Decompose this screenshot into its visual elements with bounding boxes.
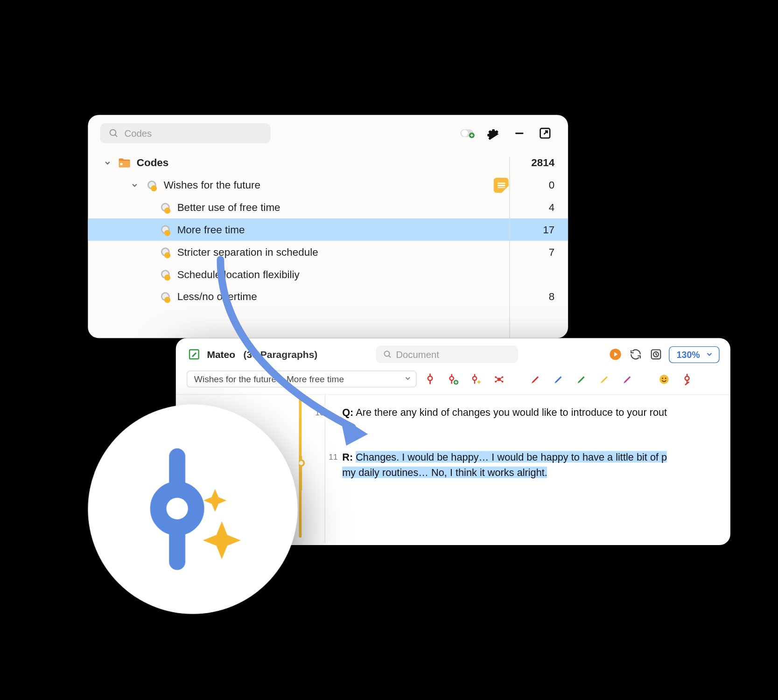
code-breadcrumb-selector[interactable]: Wishes for the future > More free time <box>187 371 417 387</box>
chevron-down-icon[interactable] <box>130 181 139 189</box>
timestamp-button[interactable] <box>649 347 664 362</box>
code-row[interactable]: Better use of free time 4 <box>88 196 568 218</box>
svg-point-8 <box>120 162 122 165</box>
code-label: Better use of free time <box>177 201 509 213</box>
highlighter-red-icon[interactable] <box>529 372 542 386</box>
svg-point-10 <box>384 351 389 357</box>
codes-root-label: Codes <box>137 156 509 168</box>
svg-line-11 <box>388 356 390 357</box>
highlighter-magenta-icon[interactable] <box>621 372 634 386</box>
code-group-count: 0 <box>514 179 554 191</box>
search-icon <box>108 128 119 139</box>
code-label: Less/no overtime <box>177 290 509 302</box>
code-label: Stricter separation in schedule <box>177 246 509 258</box>
folder-icon <box>118 156 131 168</box>
speaker-q: Q: <box>342 406 353 418</box>
zoom-selector[interactable]: 130% <box>669 346 720 363</box>
zoom-value: 130% <box>677 349 700 359</box>
paragraph-number: 11 <box>326 451 340 463</box>
code-row[interactable]: Stricter separation in schedule 7 <box>88 241 568 263</box>
highlighter-green-icon[interactable] <box>575 372 589 386</box>
paragraph-r[interactable]: 11 R: Changes. I would be happy… I would… <box>342 449 722 480</box>
vertical-divider <box>509 157 510 338</box>
code-row[interactable]: Schedule/location flexibiliy <box>88 263 568 286</box>
ai-code-feature-badge <box>88 405 297 614</box>
code-count: 8 <box>514 290 554 302</box>
svg-point-28 <box>299 460 304 466</box>
clock-icon <box>650 348 662 360</box>
code-dot-icon <box>158 245 172 259</box>
document-search-placeholder: Document <box>396 349 439 360</box>
refresh-icon <box>630 348 642 360</box>
ai-code-sparkle-icon <box>135 448 250 570</box>
codes-root-count: 2814 <box>514 156 554 168</box>
highlighter-yellow-icon[interactable] <box>598 372 611 386</box>
gear-icon <box>487 126 500 140</box>
code-count: 7 <box>514 246 554 258</box>
code-group-label: Wishes for the future <box>164 179 489 191</box>
svg-point-31 <box>158 490 196 527</box>
svg-point-27 <box>685 376 689 380</box>
code-dot-icon <box>158 290 172 303</box>
codes-root-row[interactable]: Codes 2814 <box>88 152 568 174</box>
code-ai-icon[interactable] <box>470 372 483 386</box>
edit-document-icon[interactable] <box>187 347 202 362</box>
highlighter-blue-icon[interactable] <box>552 372 565 386</box>
speaker-r: R: <box>342 451 353 462</box>
codes-tree: Codes 2814 Wishes for the future 0 Bette… <box>88 152 568 308</box>
r-line1: Changes. I would be happy… I would be ha… <box>356 451 667 462</box>
code-invivo-icon[interactable] <box>492 372 506 386</box>
paragraph-q[interactable]: 10 Q: Are there any kind of changes you … <box>342 405 722 420</box>
document-name: Mateo <box>207 349 235 360</box>
code-dot-icon <box>145 178 158 192</box>
code-apply-icon[interactable] <box>423 372 437 386</box>
add-code-toggle-icon[interactable] <box>458 125 477 142</box>
svg-point-26 <box>665 378 666 379</box>
document-meta: (36 Paragraphs) <box>244 349 318 360</box>
code-label: Schedule/location flexibiliy <box>177 268 509 280</box>
code-dot-icon <box>158 267 172 281</box>
codes-system-panel: Codes <box>88 115 568 338</box>
svg-point-16 <box>450 376 454 380</box>
codes-search-input[interactable]: Codes <box>100 123 270 143</box>
svg-point-3 <box>462 130 468 136</box>
breadcrumb-text: Wishes for the future > More free time <box>194 374 344 384</box>
refresh-button[interactable] <box>629 347 644 362</box>
code-add-icon[interactable] <box>446 372 460 386</box>
code-dot-icon <box>158 201 172 214</box>
code-row[interactable]: Less/no overtime 8 <box>88 285 568 308</box>
svg-point-18 <box>473 376 477 380</box>
popout-icon <box>538 126 552 140</box>
svg-point-24 <box>659 374 669 384</box>
play-button[interactable] <box>608 347 623 362</box>
coding-toolbar: Wishes for the future > More free time <box>176 367 730 394</box>
svg-point-25 <box>662 378 663 379</box>
chevron-down-icon <box>404 374 412 384</box>
note-icon[interactable] <box>494 177 509 192</box>
document-toolbar: Mateo (36 Paragraphs) Document 130% <box>176 338 730 367</box>
popout-button[interactable] <box>536 125 555 142</box>
emoji-icon[interactable] <box>657 372 671 386</box>
settings-button[interactable] <box>484 125 503 142</box>
minus-icon <box>513 127 526 139</box>
chevron-down-icon <box>705 350 713 358</box>
code-bracket-icon <box>299 452 314 495</box>
search-icon <box>382 350 392 359</box>
code-row[interactable]: More free time 17 <box>88 218 568 241</box>
document-search-input[interactable]: Document <box>376 345 518 363</box>
codes-search-placeholder: Codes <box>125 128 152 139</box>
remove-code-icon[interactable] <box>680 372 694 386</box>
chevron-down-icon[interactable] <box>103 159 112 167</box>
svg-point-0 <box>110 130 116 136</box>
svg-line-1 <box>115 135 118 137</box>
codes-toolbar: Codes <box>88 115 568 151</box>
svg-point-15 <box>428 376 432 380</box>
svg-rect-5 <box>515 133 523 134</box>
play-icon <box>609 348 623 361</box>
code-label: More free time <box>177 224 509 236</box>
code-count: 17 <box>514 224 554 236</box>
paragraph-number: 10 <box>312 406 327 419</box>
minimize-button[interactable] <box>510 125 529 142</box>
r-line2: my daily routines… No, I think it works … <box>342 467 547 478</box>
code-group-row[interactable]: Wishes for the future 0 <box>88 174 568 196</box>
